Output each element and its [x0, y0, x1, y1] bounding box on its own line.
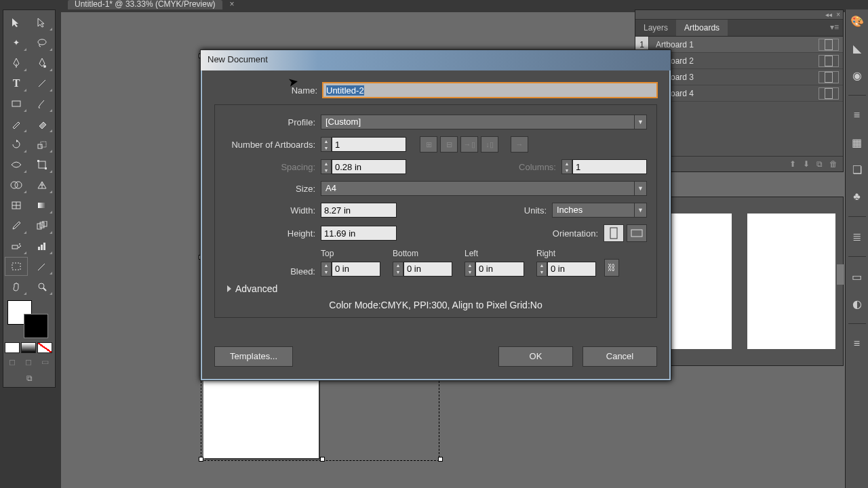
profile-dropdown[interactable]: [Custom]▼ — [321, 115, 647, 129]
screen-mode-full-icon[interactable]: ◻ — [21, 357, 36, 368]
lasso-tool[interactable] — [31, 33, 54, 52]
direct-selection-tool[interactable] — [31, 13, 54, 32]
slice-tool[interactable] — [31, 257, 54, 276]
column-graph-tool[interactable] — [31, 237, 54, 256]
gradient-panel-icon[interactable]: ▦ — [848, 134, 866, 151]
bleed-left-stepper[interactable]: ▲▼ — [465, 262, 524, 277]
bleed-bottom-stepper[interactable]: ▲▼ — [393, 262, 452, 277]
artboards-stepper[interactable]: ▲▼ — [321, 137, 406, 152]
bleed-top-stepper[interactable]: ▲▼ — [321, 262, 380, 277]
artboard-options-icon[interactable] — [818, 87, 839, 100]
eyedropper-tool[interactable] — [5, 216, 28, 235]
artboard-options-icon[interactable] — [818, 39, 839, 51]
new-artboard-icon[interactable]: ⧉ — [816, 159, 823, 169]
panel-close-icon[interactable]: × — [836, 11, 840, 18]
arrange-grid-row-icon[interactable]: ⊞ — [420, 136, 437, 152]
cancel-button[interactable]: Cancel — [583, 346, 657, 367]
arrange-rtl-icon[interactable]: → — [511, 136, 528, 152]
rectangle-tool[interactable] — [5, 94, 28, 113]
columns-input[interactable] — [572, 159, 647, 174]
perspective-tool[interactable] — [31, 176, 54, 195]
dialog-title[interactable]: New Document — [201, 50, 671, 70]
align-icon[interactable]: ≡ — [848, 335, 866, 352]
line-tool[interactable] — [31, 74, 54, 93]
artboards-input[interactable] — [332, 137, 406, 152]
panel-collapse-icon[interactable]: ◂◂ — [825, 11, 832, 18]
advanced-toggle[interactable]: Advanced — [227, 283, 644, 294]
delete-artboard-icon[interactable]: 🗑 — [829, 159, 837, 169]
panel-scrollbar[interactable] — [837, 264, 844, 285]
shape-builder-tool[interactable] — [5, 176, 28, 195]
screen-mode-present-icon[interactable]: ▭ — [37, 357, 52, 368]
brushes-icon[interactable]: ◐ — [848, 295, 866, 312]
move-down-icon[interactable]: ⬇ — [803, 159, 810, 169]
symbols-icon[interactable]: ▭ — [848, 268, 866, 285]
move-up-icon[interactable]: ⬆ — [789, 159, 796, 169]
gradient-tool[interactable] — [31, 196, 54, 215]
arrange-row-icon[interactable]: →▯ — [460, 136, 478, 152]
triangle-right-icon — [227, 285, 231, 292]
screen-mode-normal-icon[interactable]: ◻ — [5, 357, 20, 368]
orientation-portrait-button[interactable] — [604, 224, 624, 242]
artboard-tool[interactable] — [5, 257, 28, 276]
arrange-col-icon[interactable]: ↓▯ — [481, 136, 498, 152]
units-dropdown[interactable]: Inches▼ — [552, 203, 647, 218]
free-transform-tool[interactable] — [31, 155, 54, 174]
pencil-tool[interactable] — [5, 115, 28, 134]
spacing-stepper[interactable]: ▲▼ — [321, 159, 406, 174]
blend-tool[interactable] — [31, 216, 54, 235]
height-input[interactable] — [321, 226, 397, 241]
paintbrush-tool[interactable] — [31, 94, 54, 113]
stroke-panel-icon[interactable]: ≡ — [848, 106, 866, 124]
artboard-options-icon[interactable] — [818, 71, 839, 83]
appearance-icon[interactable]: ♣ — [848, 188, 866, 205]
arrange-grid-col-icon[interactable]: ⊟ — [440, 136, 458, 152]
bleed-left-input[interactable] — [475, 262, 524, 277]
orientation-landscape-button[interactable] — [627, 224, 647, 242]
color-panel-icon[interactable]: 🎨 — [848, 12, 866, 30]
rotate-tool[interactable] — [5, 135, 28, 154]
name-input[interactable] — [323, 83, 657, 98]
selection-tool[interactable] — [5, 13, 28, 32]
eraser-tool[interactable] — [31, 115, 54, 134]
transparency-icon[interactable]: ❏ — [848, 161, 866, 178]
bleed-right-stepper[interactable]: ▲▼ — [536, 262, 596, 277]
symbol-sprayer-tool[interactable] — [5, 237, 28, 256]
width-input[interactable] — [321, 203, 397, 218]
bleed-right-input[interactable] — [547, 262, 596, 277]
type-tool[interactable]: T — [5, 74, 28, 93]
ok-button[interactable]: OK — [498, 346, 573, 367]
color-mode-gradient[interactable] — [21, 342, 36, 353]
tab-layers[interactable]: Layers — [635, 20, 676, 36]
magic-wand-tool[interactable]: ✦ — [5, 33, 28, 52]
templates-button[interactable]: Templates... — [214, 346, 293, 367]
spacing-input[interactable] — [332, 159, 406, 174]
stroke-swatch[interactable] — [24, 314, 48, 338]
artboard-options-icon[interactable] — [818, 55, 839, 67]
swatches-icon[interactable]: ◉ — [848, 66, 866, 84]
columns-stepper[interactable]: ▲▼ — [561, 159, 647, 174]
width-tool[interactable] — [5, 155, 28, 174]
change-screen-mode-icon[interactable]: ⧉ — [5, 373, 54, 383]
scale-tool[interactable] — [31, 135, 54, 154]
mesh-tool[interactable] — [5, 196, 28, 215]
close-tab-icon[interactable]: × — [230, 0, 235, 8]
graphic-styles-icon[interactable]: ≣ — [848, 228, 866, 245]
curvature-tool[interactable] — [31, 54, 54, 73]
size-dropdown[interactable]: A4▼ — [321, 181, 647, 196]
bleed-top-input[interactable] — [332, 262, 380, 277]
tab-artboards[interactable]: Artboards — [676, 20, 728, 36]
document-tab[interactable]: Untitled-1* @ 33.33% (CMYK/Preview) × — [68, 0, 222, 9]
nav-page-thumb[interactable] — [747, 214, 835, 349]
zoom-tool[interactable] — [31, 277, 54, 296]
color-mode-none[interactable] — [37, 342, 52, 353]
panel-menu-icon[interactable]: ▾≡ — [826, 20, 843, 36]
color-mode-solid[interactable] — [5, 342, 20, 353]
hand-tool[interactable] — [5, 277, 28, 296]
fill-stroke-swatches[interactable] — [5, 300, 54, 340]
pen-tool[interactable] — [5, 54, 28, 73]
bleed-bottom-input[interactable] — [403, 262, 452, 277]
link-bleed-icon[interactable]: ⛓ — [604, 259, 619, 277]
color-guide-icon[interactable]: ◣ — [848, 39, 866, 57]
label-bleed-bottom: Bottom — [393, 249, 452, 258]
